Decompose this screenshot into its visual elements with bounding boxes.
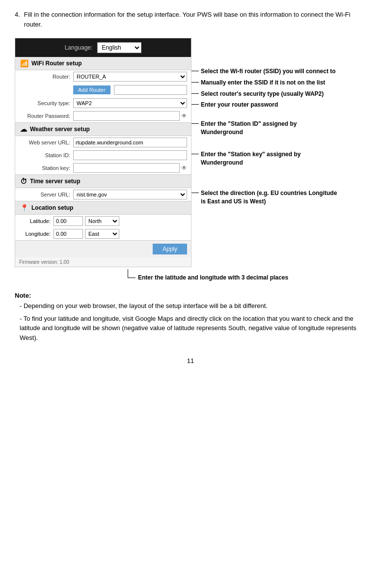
password-input[interactable] [73,111,180,121]
add-router-input-area: Add Router [73,84,187,95]
apply-button[interactable]: Apply [153,244,187,254]
security-label: Security type: [19,100,73,106]
callout-4-text: Enter your router password [199,101,278,109]
note-title: Note: [15,292,366,299]
callout-2-text: Manually enter the SSID if it is not on … [199,79,325,87]
step-text: Fill in the connection information for t… [24,10,366,29]
callouts-area: Select the Wi-fi router (SSID) you will … [191,38,366,206]
security-input-wrapper: WAP2 [73,98,187,108]
security-select[interactable]: WAP2 [73,98,187,108]
location-title-text: Location setup [31,204,73,211]
password-label: Router Password: [19,113,73,119]
add-router-row: Add Router [15,83,191,97]
language-select-wrapper: English [97,42,141,53]
callout-5: Enter the "Station ID" assigned by Wunde… [191,120,366,137]
wifi-section-title: 📶 WiFi Router setup [15,57,191,70]
station-key-row: Station key: 👁 [15,162,191,174]
weather-section-title: ☁ Weather server setup [15,123,191,136]
web-server-label: Web server URL: [19,140,73,145]
time-icon: ⏱ [20,177,27,185]
web-server-input-wrapper [73,138,187,147]
router-label: Router: [19,74,73,80]
latitude-inputs: North South [54,216,119,226]
firmware-row: Firmware version: 1.00 [15,257,191,267]
eye-icon: 👁 [181,112,187,119]
location-section-title: 📍 Location setup [15,201,191,215]
location-icon: 📍 [20,204,28,212]
station-id-label: Station ID: [19,152,73,158]
callout-7: Select the direction (e.g. EU countries … [191,189,366,206]
callout-1-text: Select the Wi-fi router (SSID) you will … [199,67,336,76]
add-router-button[interactable]: Add Router [73,85,110,94]
callout-3-text: Select router's security type (usually W… [199,90,324,98]
router-select[interactable]: ROUTER_A [73,72,187,82]
callout-7-text: Select the direction (e.g. EU countries … [199,189,337,206]
bottom-callout-text: Enter the latitude and longitude with 3 … [136,274,288,281]
server-url-label: Server URL: [19,192,73,197]
longitude-dir-select[interactable]: East West [85,229,119,239]
station-key-input-wrapper: 👁 [73,163,187,173]
password-row: Router Password: 👁 [15,110,191,122]
longitude-input[interactable] [54,229,83,239]
manual-ssid-input[interactable] [114,85,187,95]
web-server-row: Web server URL: [15,136,191,149]
setup-ui-box: Language: English 📶 WiFi Router setup Ro… [15,38,191,267]
weather-title-text: Weather server setup [30,126,90,133]
callout-6: Enter the "Station key" assigned by Wund… [191,150,366,167]
callout-3: Select router's security type (usually W… [191,90,366,98]
note-item-2: - To find your latitude and longitude, v… [20,314,366,343]
wifi-title-text: WiFi Router setup [31,60,82,67]
time-section-title: ⏱ Time server setup [15,175,191,188]
callout-5-text: Enter the "Station ID" assigned by Wunde… [199,120,297,137]
longitude-label: Longitude: [19,231,54,237]
apply-row: Apply [15,241,191,257]
security-type-row: Security type: WAP2 [15,97,191,110]
page-number: 11 [15,357,366,364]
callout-6-text: Enter the "Station key" assigned by Wund… [199,150,300,167]
longitude-row: Longitude: East West [15,227,191,240]
router-input-wrapper: ROUTER_A [73,72,187,82]
server-url-input-wrapper: nist.time.gov [73,190,187,199]
language-label: Language: [65,44,93,51]
callout-2: Manually enter the SSID if it is not on … [191,79,366,87]
language-select[interactable]: English [97,42,141,53]
password-input-wrapper: 👁 [73,111,187,121]
wifi-section: 📶 WiFi Router setup Router: ROUTER_A [15,57,191,123]
weather-icon: ☁ [20,125,27,133]
wifi-icon: 📶 [20,59,28,67]
callout-4: Enter your router password [191,101,366,109]
note-section: Note: - Depending on your web browser, t… [15,292,366,342]
latitude-input[interactable] [54,216,83,226]
time-title-text: Time server setup [30,178,81,185]
server-url-row: Server URL: nist.time.gov [15,188,191,201]
bottom-callout: Enter the latitude and longitude with 3 … [128,269,366,281]
station-id-input[interactable] [73,150,187,160]
longitude-inputs: East West [54,229,119,239]
router-row: Router: ROUTER_A [15,70,191,83]
server-url-select[interactable]: nist.time.gov [73,190,187,199]
weather-section: ☁ Weather server setup Web server URL: S… [15,123,191,175]
station-key-icon: 👁 [181,165,187,171]
setup-header: Language: English [15,38,191,57]
note-item-1: - Depending on your web browser, the lay… [20,301,366,311]
station-key-label: Station key: [19,165,73,171]
callout-1: Select the Wi-fi router (SSID) you will … [191,67,366,76]
station-id-row: Station ID: [15,149,191,162]
web-server-input[interactable] [73,138,187,147]
location-section: 📍 Location setup Latitude: North South [15,201,191,241]
step-number: 4. [15,10,20,29]
firmware-text: Firmware version: 1.00 [19,259,69,265]
latitude-dir-select[interactable]: North South [85,216,119,226]
time-section: ⏱ Time server setup Server URL: nist.tim… [15,175,191,201]
latitude-label: Latitude: [19,218,54,224]
station-id-input-wrapper [73,150,187,160]
latitude-row: Latitude: North South [15,215,191,227]
station-key-input[interactable] [73,163,180,173]
